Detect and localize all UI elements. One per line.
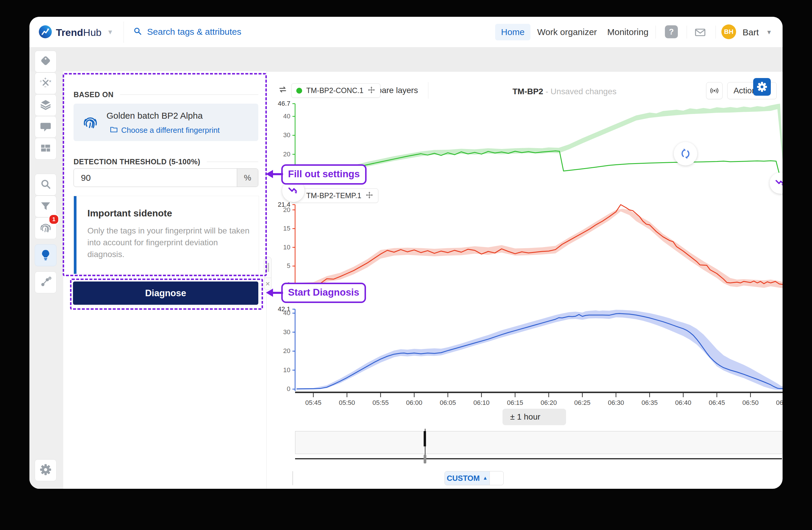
gear-icon	[40, 463, 52, 477]
nav-item-work-organizer[interactable]: Work organizer	[531, 24, 603, 40]
nav-item-home[interactable]: Home	[495, 24, 531, 40]
sidenote-accent-bar	[74, 196, 76, 274]
refresh-marker-button[interactable]	[674, 142, 697, 166]
tag-icon	[40, 55, 52, 68]
time-range-label[interactable]: ± 1 hour	[510, 412, 540, 422]
based-on-header: BASED ON	[74, 90, 258, 99]
user-caret-icon[interactable]: ▾	[767, 28, 771, 36]
brand-name: TrendHub	[56, 27, 102, 38]
icon-rail: ÷+×− 1	[29, 71, 63, 489]
nav-item-monitoring[interactable]: Monitoring	[601, 24, 654, 40]
svg-text:20: 20	[283, 206, 290, 213]
mail-icon[interactable]	[694, 26, 707, 40]
series-name: TM-BP2-TEMP.1	[306, 191, 361, 200]
svg-text:÷: ÷	[40, 79, 42, 83]
divider	[687, 26, 687, 39]
svg-text:10: 10	[283, 366, 290, 374]
trend-line[interactable]	[296, 205, 783, 286]
sidebar-item-layers[interactable]	[35, 94, 57, 116]
sidenote-body: Only the tags in your fingerprint will b…	[87, 225, 252, 260]
date-axis	[295, 458, 782, 459]
svg-text:×: ×	[49, 79, 52, 83]
start-diagnosis-callout: Start Diagnosis	[281, 283, 366, 303]
dashboard-icon	[40, 142, 52, 155]
svg-text:30: 30	[283, 131, 290, 139]
trendhub-logo[interactable]: TrendHub	[38, 25, 102, 40]
sidebar-item-tag[interactable]	[35, 51, 57, 72]
svg-text:06:50: 06:50	[742, 399, 758, 406]
fingerprint-card: Golden batch BP2 Alpha Choose a differen…	[74, 104, 258, 141]
threshold-input[interactable]: 90 %	[74, 168, 258, 187]
brand-caret-icon[interactable]: ▾	[108, 27, 112, 37]
sidebar-item-search[interactable]	[35, 174, 57, 196]
svg-text:06:05: 06:05	[440, 399, 456, 406]
sidebar-item-gear[interactable]	[35, 459, 57, 481]
svg-text:40: 40	[283, 309, 290, 317]
choose-fingerprint-link[interactable]: Choose a different fingerprint	[106, 125, 220, 136]
overview-cursor[interactable]	[424, 431, 426, 446]
legend-chip-conc[interactable]: TM-BP2-CONC.1	[291, 83, 380, 98]
funnel-icon	[40, 200, 52, 213]
fingerprint-icon	[82, 114, 98, 131]
sidebar-item-fingerprint[interactable]: 1	[35, 217, 57, 239]
panel-close-button[interactable]: ✕	[264, 278, 272, 290]
app-window: TrendHub ▾ Search tags & attributes Home…	[29, 17, 783, 489]
user-name[interactable]: Bart	[742, 27, 759, 38]
svg-text:−: −	[44, 84, 46, 89]
avatar[interactable]: BH	[721, 25, 736, 39]
chevron-up-icon: ▲	[483, 475, 488, 481]
sidenote-title: Important sidenote	[87, 208, 172, 219]
svg-text:06:25: 06:25	[574, 399, 591, 406]
callout-arrow-head	[266, 289, 273, 297]
diagnose-button[interactable]: Diagnose	[73, 281, 258, 305]
sidebar-item-formula[interactable]: ÷+×−	[35, 72, 57, 94]
svg-text:06:10: 06:10	[473, 399, 490, 406]
divider	[715, 26, 716, 39]
svg-text:05:55: 05:55	[373, 399, 389, 406]
search-input[interactable]: Search tags & attributes	[133, 27, 241, 37]
threshold-value: 90	[81, 173, 91, 183]
sidebar-item-comment[interactable]	[35, 116, 57, 138]
confidence-band	[296, 209, 783, 289]
series-name: TM-BP2-CONC.1	[306, 86, 363, 95]
callout-arrow-line	[273, 173, 283, 175]
confidence-band	[296, 310, 783, 390]
overview-cursor-handle[interactable]	[424, 455, 426, 463]
custom-range-button[interactable]: CUSTOM▲	[445, 471, 490, 485]
logo-mark-icon	[38, 25, 52, 40]
svg-text:+: +	[44, 76, 46, 81]
svg-text:06:35: 06:35	[641, 399, 657, 406]
help-button[interactable]: ?	[665, 25, 678, 38]
fit-range-button[interactable]	[490, 471, 503, 485]
sidebar-item-lightbulb[interactable]	[35, 245, 57, 266]
svg-text:10: 10	[283, 243, 290, 251]
svg-text:06:55: 06:55	[776, 399, 783, 406]
svg-text:30: 30	[283, 328, 290, 336]
lightbulb-icon	[40, 249, 52, 262]
svg-text:05:50: 05:50	[339, 399, 355, 406]
fingerprint-name: Golden batch BP2 Alpha	[106, 111, 203, 121]
fill-out-settings-callout: Fill out settings	[281, 164, 366, 185]
move-icon[interactable]	[367, 86, 375, 95]
search-icon	[133, 27, 142, 37]
move-icon[interactable]	[365, 191, 373, 200]
panel-resize-handle[interactable]	[264, 257, 272, 278]
sidebar-item-dashboard[interactable]	[35, 138, 57, 159]
threshold-header: DETECTION THRESHOLD (5-100%)	[74, 157, 258, 166]
chart-settings-button[interactable]	[753, 78, 771, 96]
svg-text:46.7: 46.7	[278, 100, 290, 107]
trend-charts[interactable]: 46.74030201021.420151050-142.14030201000…	[266, 71, 783, 413]
divider	[124, 22, 124, 43]
formula-icon: ÷+×−	[40, 76, 52, 90]
top-bar: TrendHub ▾ Search tags & attributes Home…	[29, 17, 783, 47]
threshold-unit: %	[237, 169, 258, 187]
overview-strip[interactable]	[295, 431, 782, 454]
svg-text:06:30: 06:30	[608, 399, 624, 406]
trend-line[interactable]	[296, 151, 783, 187]
sidebar-item-nodes[interactable]	[35, 271, 57, 293]
search-icon	[40, 178, 52, 191]
nodes-icon	[40, 276, 52, 289]
callout-arrow-head	[266, 170, 273, 178]
svg-text:20: 20	[283, 347, 290, 354]
svg-text:06:15: 06:15	[507, 399, 523, 406]
